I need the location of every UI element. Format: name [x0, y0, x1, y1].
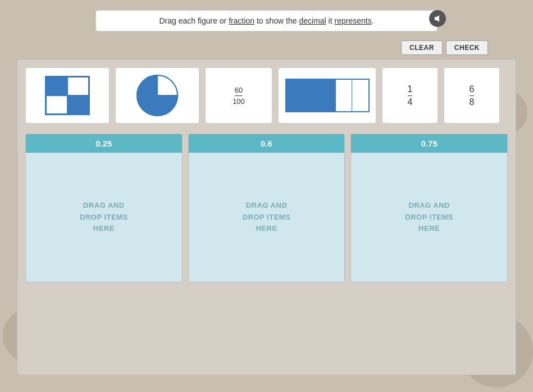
dropzones-row: 0.25 DRAG AND DROP ITEMS HERE 0.6 DRAG A… — [25, 134, 508, 282]
drop-zone-075-placeholder: DRAG AND DROP ITEMS HERE — [405, 200, 453, 235]
grid-cell-topleft — [46, 77, 67, 95]
fraction-6-8-denominator: 8 — [470, 96, 475, 107]
grid-figure[interactable] — [25, 67, 110, 124]
grid-visual — [45, 76, 90, 115]
grid-cell-bottomleft — [46, 95, 67, 114]
bar-figure[interactable] — [278, 67, 376, 124]
check-button[interactable]: CHECK — [446, 40, 488, 55]
drop-zone-06-placeholder: DRAG AND DROP ITEMS HERE — [243, 200, 291, 235]
bar-seg-4 — [336, 80, 352, 111]
action-buttons: CLEAR CHECK — [401, 40, 488, 55]
fraction-6-8-numerator: 6 — [470, 84, 475, 96]
drop-zone-025-header: 0.25 — [26, 134, 182, 153]
fraction-6-8-figure[interactable]: 6 8 — [444, 67, 500, 124]
instruction-text: Drag each figure or fraction to show the… — [159, 16, 373, 25]
bar-seg-3 — [319, 80, 335, 111]
drop-zone-06[interactable]: 0.6 DRAG AND DROP ITEMS HERE — [188, 134, 345, 282]
fraction-1-4-text: 1 4 — [408, 84, 413, 107]
figures-row: 60 100 1 4 6 8 — [25, 67, 508, 124]
drop-zone-025-body[interactable]: DRAG AND DROP ITEMS HERE — [26, 153, 182, 282]
fraction-60-100-denominator: 100 — [233, 96, 245, 106]
drop-zone-075-header: 0.75 — [351, 134, 507, 153]
instruction-bar: Drag each figure or fraction to show the… — [95, 10, 438, 31]
drop-zone-075-body[interactable]: DRAG AND DROP ITEMS HERE — [351, 153, 507, 282]
grid-cell-bottomright — [67, 95, 89, 114]
bar-visual — [285, 79, 370, 112]
circle-figure[interactable] — [115, 67, 199, 124]
main-area: 60 100 1 4 6 8 — [17, 59, 516, 375]
fraction-1-4-figure[interactable]: 1 4 — [382, 67, 438, 124]
clear-button[interactable]: CLEAR — [401, 40, 443, 55]
drop-zone-025[interactable]: 0.25 DRAG AND DROP ITEMS HERE — [25, 134, 183, 282]
drop-zone-06-body[interactable]: DRAG AND DROP ITEMS HERE — [189, 153, 345, 282]
fraction-60-100-text: 60 100 — [233, 86, 245, 106]
svg-marker-0 — [435, 15, 439, 22]
bar-seg-1 — [286, 80, 303, 111]
fraction-1-4-denominator: 4 — [408, 96, 413, 107]
grid-cell-topright — [67, 77, 89, 95]
speaker-button[interactable] — [429, 10, 446, 27]
drop-zone-075[interactable]: 0.75 DRAG AND DROP ITEMS HERE — [350, 134, 508, 282]
bar-seg-2 — [303, 80, 319, 111]
bar-seg-5 — [352, 80, 368, 111]
fraction-6-8-text: 6 8 — [470, 84, 475, 107]
fraction-60-100-numerator: 60 — [235, 86, 243, 96]
speaker-icon — [434, 15, 441, 22]
circle-visual — [135, 73, 180, 118]
drop-zone-025-placeholder: DRAG AND DROP ITEMS HERE — [80, 200, 128, 235]
drop-zone-06-header: 0.6 — [189, 134, 345, 153]
fraction-1-4-numerator: 1 — [408, 84, 413, 96]
fraction-60-100-figure[interactable]: 60 100 — [205, 67, 272, 124]
